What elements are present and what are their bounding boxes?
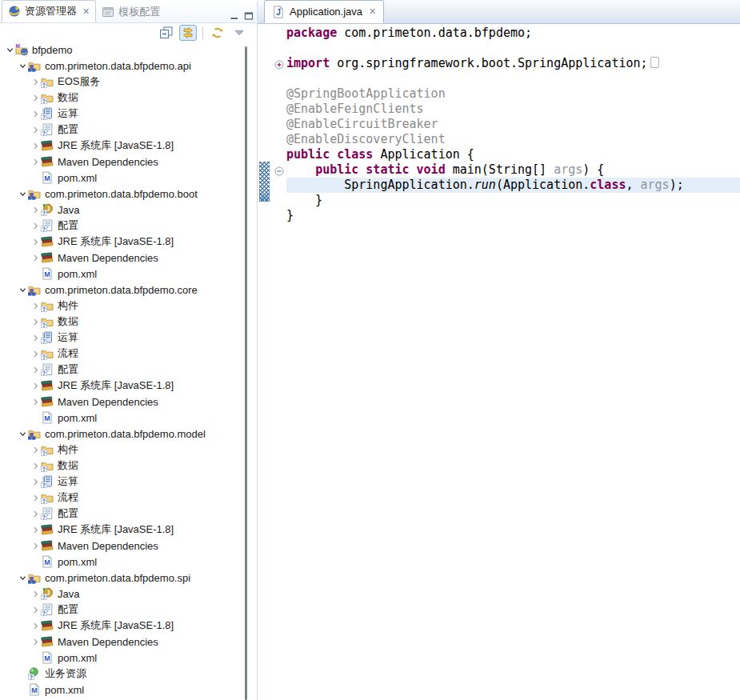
chevron-right-icon[interactable] <box>30 300 41 311</box>
tree-item[interactable]: Maven Dependencies <box>0 394 245 410</box>
link-with-editor-button[interactable] <box>179 25 197 41</box>
chevron-right-icon[interactable] <box>30 508 41 519</box>
chevron-right-icon[interactable] <box>30 396 41 407</box>
tree-item[interactable]: Mpom.xml <box>0 410 245 426</box>
tree-item[interactable]: ?构件 <box>0 298 245 314</box>
tree-item[interactable]: com.primeton.data.bfpdemo.model <box>0 426 245 442</box>
chevron-down-icon[interactable] <box>17 428 28 439</box>
tree-item[interactable]: com.primeton.data.bfpdemo.core <box>0 282 245 298</box>
tree-item[interactable]: Mpom.xml <box>0 170 245 186</box>
fold-expand-icon[interactable] <box>274 58 284 68</box>
tree-item[interactable]: Mbfpdemo <box>0 42 245 58</box>
minimize-icon[interactable] <box>227 10 242 22</box>
tree-item[interactable]: ?EOS服务 <box>0 74 245 90</box>
chevron-down-icon[interactable] <box>17 572 28 583</box>
close-icon[interactable]: ✕ <box>82 6 90 17</box>
tree-item[interactable]: ?配置 <box>0 362 245 378</box>
close-icon[interactable]: ✕ <box>369 6 376 17</box>
chevron-right-icon[interactable] <box>30 252 41 263</box>
tree-item[interactable]: ?流程 <box>0 346 245 362</box>
tab-application-java[interactable]: J Application.java ✕ <box>264 0 384 23</box>
tree-item[interactable]: ?数据 <box>0 458 245 474</box>
tree-item[interactable]: Mpom.xml <box>0 650 245 666</box>
chevron-right-icon[interactable] <box>30 476 41 487</box>
tree-item[interactable]: JRE 系统库 [JavaSE-1.8] <box>0 138 245 154</box>
code-editor[interactable]: package com.primeton.data.bfpdemo;import… <box>258 24 740 700</box>
tree-item[interactable]: Maven Dependencies <box>0 154 245 170</box>
tree-item[interactable]: JRE 系统库 [JavaSE-1.8] <box>0 378 245 394</box>
chevron-right-icon[interactable] <box>30 204 41 215</box>
tree-item[interactable]: ?配置 <box>0 218 245 234</box>
tree-item[interactable]: com.primeton.data.bfpdemo.spi <box>0 570 245 586</box>
chevron-right-icon[interactable] <box>30 348 41 359</box>
chevron-right-icon[interactable] <box>30 604 41 615</box>
chevron-right-icon[interactable] <box>30 140 41 151</box>
chevron-right-icon[interactable] <box>30 380 41 391</box>
project-tree[interactable]: Mbfpdemocom.primeton.data.bfpdemo.api?EO… <box>0 42 245 700</box>
chevron-right-icon[interactable] <box>30 620 41 631</box>
tree-scrollbar-thumb[interactable] <box>245 46 247 700</box>
tree-item[interactable]: Mpom.xml <box>0 682 245 698</box>
tree-item[interactable]: ?数据 <box>0 90 245 106</box>
tab-resource-explorer[interactable]: 资源管理器 ✕ <box>2 0 96 22</box>
tree-item[interactable]: Maven Dependencies <box>0 634 245 650</box>
chevron-right-icon[interactable] <box>30 540 41 551</box>
chevron-right-icon[interactable] <box>30 156 41 167</box>
library-icon <box>41 139 54 152</box>
tree-item[interactable]: JRE 系统库 [JavaSE-1.8] <box>0 234 245 250</box>
chevron-right-icon[interactable] <box>30 444 41 455</box>
chevron-right-icon[interactable] <box>30 332 41 343</box>
view-menu-button[interactable] <box>230 25 248 41</box>
maximize-icon[interactable] <box>242 10 256 22</box>
chevron-down-icon[interactable] <box>17 60 28 71</box>
chevron-down-icon[interactable] <box>4 44 15 55</box>
chevron-right-icon[interactable] <box>30 220 41 231</box>
tree-item[interactable]: J?Java <box>0 586 245 602</box>
chevron-right-icon[interactable] <box>30 92 41 103</box>
tree-item[interactable]: ?运算 <box>0 474 245 490</box>
chevron-right-icon[interactable] <box>30 236 41 247</box>
tree-item-label: com.primeton.data.bfpdemo.core <box>45 284 198 296</box>
chevron-right-icon[interactable] <box>30 588 41 599</box>
tab-template-config[interactable]: 模板配置 <box>96 2 166 22</box>
chevron-right-icon[interactable] <box>30 316 41 327</box>
svg-text:J: J <box>276 8 281 17</box>
chevron-right-icon[interactable] <box>30 364 41 375</box>
tree-item[interactable]: ?业务资源 <box>0 666 245 682</box>
chevron-right-icon[interactable] <box>30 108 41 119</box>
tree-item-label: JRE 系统库 [JavaSE-1.8] <box>58 522 174 537</box>
tree-item[interactable]: ?构件 <box>0 442 245 458</box>
tree-item[interactable]: com.primeton.data.bfpdemo.api <box>0 58 245 74</box>
tree-item[interactable]: JRE 系统库 [JavaSE-1.8] <box>0 522 245 538</box>
tree-item[interactable]: ?数据 <box>0 314 245 330</box>
library-icon <box>41 619 54 632</box>
tree-item[interactable]: com.primeton.data.bfpdemo.boot <box>0 186 245 202</box>
tree-item[interactable]: Mpom.xml <box>0 554 245 570</box>
chevron-right-icon[interactable] <box>30 76 41 87</box>
tree-item[interactable]: Maven Dependencies <box>0 250 245 266</box>
sidebar-tabbar: 资源管理器 ✕ 模板配置 <box>0 0 256 23</box>
chevron-right-icon[interactable] <box>30 460 41 471</box>
svg-text:?: ? <box>30 674 33 680</box>
tree-item[interactable]: ?运算 <box>0 106 245 122</box>
chevron-right-icon[interactable] <box>30 124 41 135</box>
chevron-down-icon[interactable] <box>17 284 28 295</box>
tree-item[interactable]: ?配置 <box>0 602 245 618</box>
chevron-down-icon[interactable] <box>17 188 28 199</box>
chevron-right-icon[interactable] <box>30 492 41 503</box>
tree-item[interactable]: ?配置 <box>0 506 245 522</box>
collapse-all-button[interactable] <box>158 25 175 41</box>
tree-item[interactable]: J?Java <box>0 202 245 218</box>
tree-item[interactable]: ?运算 <box>0 330 245 346</box>
tree-item[interactable]: ?流程 <box>0 490 245 506</box>
tree-item[interactable]: Maven Dependencies <box>0 538 245 554</box>
chevron-right-icon[interactable] <box>30 636 41 647</box>
library-icon <box>41 539 54 552</box>
chevron-right-icon[interactable] <box>30 524 41 535</box>
fold-collapse-icon[interactable] <box>274 165 284 174</box>
refresh-button[interactable] <box>209 25 226 41</box>
folder-question-icon: ? <box>41 75 54 88</box>
tree-item[interactable]: JRE 系统库 [JavaSE-1.8] <box>0 618 245 634</box>
tree-item[interactable]: Mpom.xml <box>0 266 245 282</box>
tree-item[interactable]: ?配置 <box>0 122 245 138</box>
